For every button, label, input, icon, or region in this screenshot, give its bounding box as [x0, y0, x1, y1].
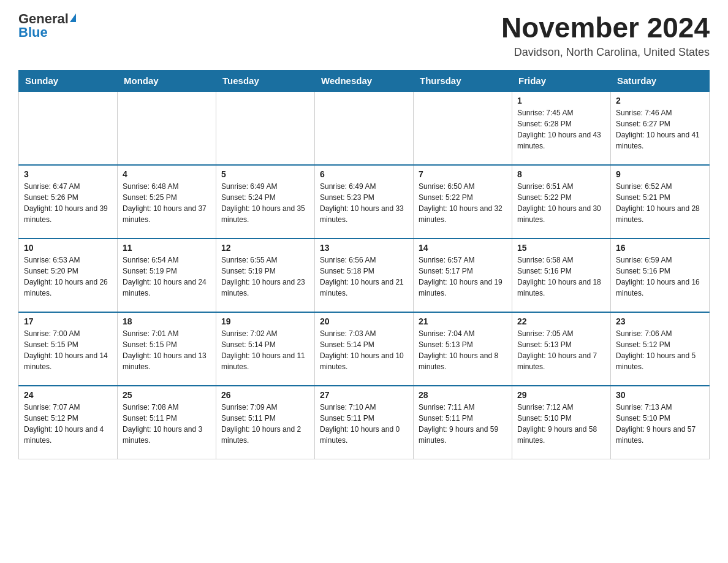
day-number: 11 [123, 243, 211, 253]
day-number: 17 [24, 316, 112, 326]
calendar-cell: 3Sunrise: 6:47 AMSunset: 5:26 PMDaylight… [19, 165, 118, 239]
calendar-cell [414, 91, 512, 165]
calendar-cell: 7Sunrise: 6:50 AMSunset: 5:22 PMDaylight… [414, 165, 512, 239]
calendar-cell: 21Sunrise: 7:04 AMSunset: 5:13 PMDayligh… [414, 312, 512, 386]
calendar-week-row: 3Sunrise: 6:47 AMSunset: 5:26 PMDaylight… [19, 165, 710, 239]
day-info: Sunrise: 7:05 AMSunset: 5:13 PMDaylight:… [517, 328, 605, 372]
day-info: Sunrise: 6:56 AMSunset: 5:18 PMDaylight:… [320, 255, 408, 299]
day-info: Sunrise: 6:54 AMSunset: 5:19 PMDaylight:… [123, 255, 211, 299]
weekday-header-thursday: Thursday [414, 70, 512, 91]
calendar-cell: 10Sunrise: 6:53 AMSunset: 5:20 PMDayligh… [19, 239, 118, 312]
day-number: 4 [123, 169, 211, 179]
day-info: Sunrise: 6:53 AMSunset: 5:20 PMDaylight:… [24, 255, 112, 299]
calendar-table: SundayMondayTuesdayWednesdayThursdayFrid… [18, 70, 710, 460]
day-number: 24 [24, 390, 112, 400]
day-number: 14 [419, 243, 507, 253]
calendar-cell: 24Sunrise: 7:07 AMSunset: 5:12 PMDayligh… [19, 386, 118, 459]
weekday-header-wednesday: Wednesday [315, 70, 414, 91]
month-title: November 2024 [501, 12, 710, 44]
day-info: Sunrise: 7:02 AMSunset: 5:14 PMDaylight:… [221, 328, 309, 372]
title-area: November 2024 Davidson, North Carolina, … [501, 12, 710, 59]
day-info: Sunrise: 6:57 AMSunset: 5:17 PMDaylight:… [419, 255, 507, 299]
location-title: Davidson, North Carolina, United States [501, 46, 710, 59]
day-number: 15 [517, 243, 605, 253]
day-info: Sunrise: 7:45 AMSunset: 6:28 PMDaylight:… [517, 107, 605, 151]
day-info: Sunrise: 6:49 AMSunset: 5:23 PMDaylight:… [320, 181, 408, 225]
day-number: 9 [616, 169, 704, 179]
calendar-cell: 29Sunrise: 7:12 AMSunset: 5:10 PMDayligh… [512, 386, 611, 459]
day-number: 16 [616, 243, 704, 253]
logo-blue-text: Blue [18, 25, 48, 40]
calendar-header: SundayMondayTuesdayWednesdayThursdayFrid… [19, 70, 710, 91]
calendar-cell: 2Sunrise: 7:46 AMSunset: 6:27 PMDaylight… [611, 91, 710, 165]
weekday-header-row: SundayMondayTuesdayWednesdayThursdayFrid… [19, 70, 710, 91]
calendar-cell: 22Sunrise: 7:05 AMSunset: 5:13 PMDayligh… [512, 312, 611, 386]
day-number: 13 [320, 243, 408, 253]
weekday-header-monday: Monday [118, 70, 216, 91]
calendar-cell [315, 91, 414, 165]
day-number: 8 [517, 169, 605, 179]
day-info: Sunrise: 7:01 AMSunset: 5:15 PMDaylight:… [123, 328, 211, 372]
day-info: Sunrise: 7:13 AMSunset: 5:10 PMDaylight:… [616, 402, 704, 446]
calendar-cell: 16Sunrise: 6:59 AMSunset: 5:16 PMDayligh… [611, 239, 710, 312]
calendar-cell [118, 91, 216, 165]
weekday-header-tuesday: Tuesday [216, 70, 315, 91]
calendar-week-row: 17Sunrise: 7:00 AMSunset: 5:15 PMDayligh… [19, 312, 710, 386]
weekday-header-sunday: Sunday [19, 70, 118, 91]
calendar-week-row: 1Sunrise: 7:45 AMSunset: 6:28 PMDaylight… [19, 91, 710, 165]
day-number: 1 [517, 96, 605, 105]
calendar-cell: 17Sunrise: 7:00 AMSunset: 5:15 PMDayligh… [19, 312, 118, 386]
day-number: 26 [221, 390, 309, 400]
day-info: Sunrise: 7:09 AMSunset: 5:11 PMDaylight:… [221, 402, 309, 446]
day-info: Sunrise: 6:58 AMSunset: 5:16 PMDaylight:… [517, 255, 605, 299]
day-number: 30 [616, 390, 704, 400]
calendar-cell: 9Sunrise: 6:52 AMSunset: 5:21 PMDaylight… [611, 165, 710, 239]
logo-general-text: General [18, 12, 69, 26]
day-info: Sunrise: 6:52 AMSunset: 5:21 PMDaylight:… [616, 181, 704, 225]
day-number: 12 [221, 243, 309, 253]
calendar-cell: 20Sunrise: 7:03 AMSunset: 5:14 PMDayligh… [315, 312, 414, 386]
day-number: 25 [123, 390, 211, 400]
day-number: 6 [320, 169, 408, 179]
calendar-cell: 28Sunrise: 7:11 AMSunset: 5:11 PMDayligh… [414, 386, 512, 459]
calendar-cell: 27Sunrise: 7:10 AMSunset: 5:11 PMDayligh… [315, 386, 414, 459]
calendar-cell [19, 91, 118, 165]
calendar-cell: 19Sunrise: 7:02 AMSunset: 5:14 PMDayligh… [216, 312, 315, 386]
calendar-cell [216, 91, 315, 165]
day-info: Sunrise: 7:03 AMSunset: 5:14 PMDaylight:… [320, 328, 408, 372]
day-number: 3 [24, 169, 112, 179]
day-info: Sunrise: 7:06 AMSunset: 5:12 PMDaylight:… [616, 328, 704, 372]
day-info: Sunrise: 6:51 AMSunset: 5:22 PMDaylight:… [517, 181, 605, 225]
day-number: 22 [517, 316, 605, 326]
logo: General Blue [18, 12, 76, 39]
calendar-cell: 15Sunrise: 6:58 AMSunset: 5:16 PMDayligh… [512, 239, 611, 312]
day-info: Sunrise: 6:59 AMSunset: 5:16 PMDaylight:… [616, 255, 704, 299]
weekday-header-saturday: Saturday [611, 70, 710, 91]
day-number: 19 [221, 316, 309, 326]
day-number: 21 [419, 316, 507, 326]
page-header: General Blue November 2024 Davidson, Nor… [18, 12, 710, 59]
day-number: 23 [616, 316, 704, 326]
day-number: 10 [24, 243, 112, 253]
calendar-cell: 18Sunrise: 7:01 AMSunset: 5:15 PMDayligh… [118, 312, 216, 386]
weekday-header-friday: Friday [512, 70, 611, 91]
day-number: 5 [221, 169, 309, 179]
day-number: 27 [320, 390, 408, 400]
calendar-cell: 13Sunrise: 6:56 AMSunset: 5:18 PMDayligh… [315, 239, 414, 312]
calendar-cell: 11Sunrise: 6:54 AMSunset: 5:19 PMDayligh… [118, 239, 216, 312]
day-info: Sunrise: 7:00 AMSunset: 5:15 PMDaylight:… [24, 328, 112, 372]
day-info: Sunrise: 6:48 AMSunset: 5:25 PMDaylight:… [123, 181, 211, 225]
day-info: Sunrise: 7:10 AMSunset: 5:11 PMDaylight:… [320, 402, 408, 446]
day-number: 29 [517, 390, 605, 400]
day-info: Sunrise: 6:49 AMSunset: 5:24 PMDaylight:… [221, 181, 309, 225]
calendar-cell: 1Sunrise: 7:45 AMSunset: 6:28 PMDaylight… [512, 91, 611, 165]
day-info: Sunrise: 6:47 AMSunset: 5:26 PMDaylight:… [24, 181, 112, 225]
calendar-cell: 30Sunrise: 7:13 AMSunset: 5:10 PMDayligh… [611, 386, 710, 459]
day-number: 28 [419, 390, 507, 400]
calendar-cell: 14Sunrise: 6:57 AMSunset: 5:17 PMDayligh… [414, 239, 512, 312]
calendar-cell: 4Sunrise: 6:48 AMSunset: 5:25 PMDaylight… [118, 165, 216, 239]
day-info: Sunrise: 6:50 AMSunset: 5:22 PMDaylight:… [419, 181, 507, 225]
day-info: Sunrise: 7:07 AMSunset: 5:12 PMDaylight:… [24, 402, 112, 446]
calendar-cell: 12Sunrise: 6:55 AMSunset: 5:19 PMDayligh… [216, 239, 315, 312]
calendar-cell: 6Sunrise: 6:49 AMSunset: 5:23 PMDaylight… [315, 165, 414, 239]
